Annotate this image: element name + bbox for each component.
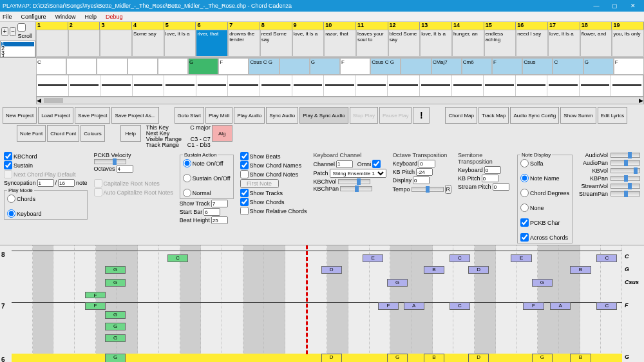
bar-number[interactable]: 2 xyxy=(68,22,100,30)
remove-button[interactable]: − xyxy=(10,27,17,36)
track-list[interactable]: 1 2 3 4 5 6 7 8 9 10 11 12 xyxy=(0,41,35,57)
ot-kbpitch-field[interactable]: KB Pitch xyxy=(393,168,452,176)
lyric-cell[interactable] xyxy=(68,30,100,57)
sync-audio-button[interactable]: Sync Audio xyxy=(266,107,298,124)
lyric-cell[interactable]: love, it is a xyxy=(164,30,196,57)
lyric-cell[interactable]: Some say xyxy=(132,30,164,57)
list-item[interactable]: 4 xyxy=(1,55,34,57)
ot-display-field[interactable]: Display xyxy=(393,176,452,184)
st-streampitch-field[interactable]: Stream Pitch xyxy=(458,183,511,191)
lyric-cell[interactable]: love, it is a xyxy=(292,30,325,57)
lyric-cell[interactable] xyxy=(36,30,68,57)
menu-file[interactable]: File xyxy=(3,14,12,20)
lyric-cell[interactable]: river, that xyxy=(196,30,228,57)
kb-column[interactable] xyxy=(327,245,348,362)
chord-cell[interactable]: C xyxy=(553,58,583,75)
nd-chorddeg-radio[interactable]: Chord Degrees xyxy=(520,189,569,197)
save-project-as-button[interactable]: Save Project As... xyxy=(111,107,158,124)
nd-solfa-radio[interactable]: Solfa xyxy=(520,159,569,167)
list-item[interactable]: 2 xyxy=(1,46,34,51)
ot-keyboard-field[interactable]: Keyboard xyxy=(393,160,452,167)
playmode-chords-radio[interactable]: Chords xyxy=(7,195,84,203)
kb-column[interactable] xyxy=(53,245,75,362)
kb-column[interactable] xyxy=(33,245,54,362)
lyric-cell[interactable]: love, it is a xyxy=(420,30,452,57)
show-summ-button[interactable]: Show Summ xyxy=(560,107,596,124)
lyric-cell[interactable]: love, it is a xyxy=(548,30,580,57)
kb-column[interactable] xyxy=(348,245,370,362)
chord-cell[interactable]: C xyxy=(36,58,66,75)
chord-map-button[interactable]: Chord Map xyxy=(445,107,477,124)
lyric-cell[interactable]: razor, that xyxy=(324,30,356,57)
bar-number[interactable]: 16 xyxy=(516,22,548,30)
lyric-cell[interactable]: reed Some say xyxy=(260,30,292,57)
close-button[interactable]: ✕ xyxy=(625,3,641,9)
chord-cell[interactable]: Csus C G xyxy=(370,58,401,75)
nd-across-checkbox[interactable]: Across Chords xyxy=(520,233,569,242)
chord-cell[interactable] xyxy=(401,58,431,75)
bar-number[interactable]: 18 xyxy=(580,22,612,30)
st-keyboard-field[interactable]: Keyboard xyxy=(458,166,511,174)
kbchpan-slider[interactable]: KBChPan xyxy=(314,186,386,192)
nd-none-radio[interactable]: None xyxy=(520,204,569,212)
chord-font-button[interactable]: Chord Font xyxy=(47,125,79,142)
bar-number[interactable]: 4 xyxy=(132,22,164,30)
bar-number[interactable]: 5 xyxy=(164,22,196,30)
show-beats-checkbox[interactable]: Show Beats xyxy=(240,152,307,160)
tempo-slider[interactable]: Tempo R xyxy=(393,185,452,194)
lyric-cell[interactable]: flower, and xyxy=(580,30,612,57)
horizontal-scrollbar[interactable]: ◀ ▶ xyxy=(36,97,644,104)
add-button[interactable]: + xyxy=(1,27,8,36)
track-map-button[interactable]: Track Map xyxy=(478,107,509,124)
bar-number[interactable]: 7 xyxy=(228,22,260,30)
minimize-button[interactable]: — xyxy=(588,3,605,9)
chord-cell[interactable] xyxy=(158,58,188,75)
show-chords-checkbox[interactable]: Show Chords xyxy=(240,198,307,206)
edit-lyrics-button[interactable]: Edit Lyrics xyxy=(598,107,628,124)
syncopation-field[interactable]: Syncopation / note xyxy=(4,179,88,187)
nd-notename-radio[interactable]: Note Name xyxy=(520,174,569,182)
kb-column[interactable] xyxy=(117,245,138,362)
show-chord-names-checkbox[interactable]: Show Chord Names xyxy=(240,161,307,169)
help-button[interactable]: Help xyxy=(120,125,141,142)
play-midi-button[interactable]: Play Midi xyxy=(205,107,232,124)
chord-cell[interactable]: F xyxy=(218,58,249,75)
bar-number[interactable]: 9 xyxy=(292,22,325,30)
kb-column[interactable] xyxy=(496,245,517,362)
menu-window[interactable]: Window xyxy=(55,14,76,20)
streampan-slider[interactable] xyxy=(611,191,640,196)
bar-number[interactable]: 15 xyxy=(484,22,516,30)
lyric-cell[interactable] xyxy=(100,30,132,57)
kb-column[interactable] xyxy=(138,245,159,362)
chord-cell[interactable] xyxy=(66,58,97,75)
chord-cell[interactable] xyxy=(128,58,158,75)
bang-button[interactable]: ! xyxy=(413,107,430,124)
show-relative-chords-checkbox[interactable]: Show Relative Chords xyxy=(240,207,307,215)
audiopan-slider[interactable] xyxy=(611,160,640,166)
kbpan-slider[interactable] xyxy=(611,176,640,181)
play-audio-button[interactable]: Play Audio xyxy=(234,107,265,124)
colours-button[interactable]: Colours xyxy=(80,125,105,142)
list-item[interactable]: 3 xyxy=(1,51,34,55)
menu-help[interactable]: Help xyxy=(85,14,97,20)
goto-start-button[interactable]: Goto Start xyxy=(175,107,204,124)
kbvol-slider[interactable] xyxy=(611,168,640,173)
save-project-button[interactable]: Save Project xyxy=(75,107,110,124)
bar-number[interactable]: 14 xyxy=(452,22,484,30)
new-project-button[interactable]: New Project xyxy=(3,107,37,124)
kb-column[interactable] xyxy=(180,245,202,362)
bar-number[interactable]: 10 xyxy=(324,22,356,30)
chord-cell[interactable]: G xyxy=(188,58,218,75)
scroll-thumb[interactable] xyxy=(44,98,63,103)
show-chord-notes-checkbox[interactable]: Show Chord Notes xyxy=(240,170,307,178)
tempo-reset-button[interactable]: R xyxy=(445,185,452,194)
chord-cell[interactable]: Csus xyxy=(522,58,553,75)
scroll-left-icon[interactable]: ◀ xyxy=(37,97,41,104)
start-bar-field[interactable]: Start Bar xyxy=(180,208,234,216)
alg-button[interactable]: Alg xyxy=(212,125,232,142)
bar-number[interactable]: 12 xyxy=(388,22,421,30)
chord-cell[interactable]: F xyxy=(340,58,370,75)
playmode-keyboard-radio[interactable]: Keyboard xyxy=(7,209,84,218)
chord-cell[interactable]: Csus C G xyxy=(249,58,279,75)
play-sync-audio-button[interactable]: Play & Sync Audio xyxy=(299,107,348,124)
